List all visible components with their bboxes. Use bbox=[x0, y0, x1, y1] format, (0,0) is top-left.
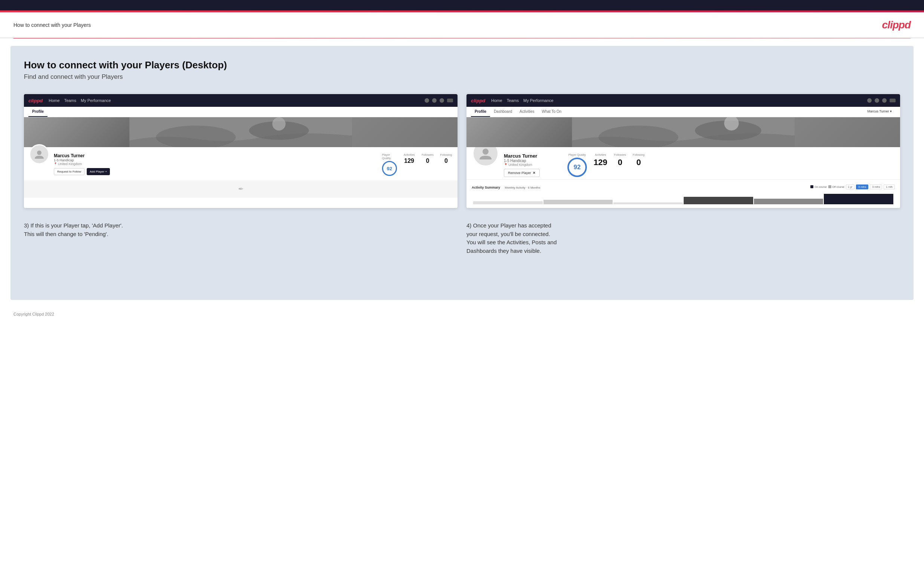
stats-row-2: Player Quality 92 Activities 129 Followe… bbox=[567, 153, 645, 177]
legend-off-course: Off course bbox=[828, 185, 844, 188]
nav-teams-1[interactable]: Teams bbox=[64, 98, 76, 103]
activity-subtitle-2: Monthly Activity · 6 Months bbox=[505, 186, 540, 189]
pen-icon-1: ✒ bbox=[238, 185, 244, 193]
main-content: How to connect with your Players (Deskto… bbox=[10, 46, 914, 300]
tab-activities-2[interactable]: Activities bbox=[516, 107, 538, 117]
activity-title-group: Activity Summary Monthly Activity · 6 Mo… bbox=[472, 184, 540, 190]
copyright-text: Copyright Clippd 2022 bbox=[13, 312, 54, 316]
screenshot-2: clippd Home Teams My Performance Profile bbox=[467, 94, 900, 208]
activities-stat-1: Activities 129 bbox=[403, 153, 415, 176]
nav-performance-1[interactable]: My Performance bbox=[81, 98, 111, 103]
banner-image-1 bbox=[24, 117, 457, 147]
quality-circle-1: 92 bbox=[382, 161, 397, 176]
caption-left: 3) If this is your Player tap, 'Add Play… bbox=[24, 219, 457, 255]
quality-label-1: Player Quality bbox=[382, 153, 397, 160]
main-title: How to connect with your Players (Deskto… bbox=[24, 60, 900, 71]
request-follow-button[interactable]: Request to Follow bbox=[54, 168, 84, 175]
location-icon-2: 📍 bbox=[504, 163, 507, 166]
app-tabbar-1: Profile bbox=[24, 107, 457, 117]
activity-summary-2: Activity Summary Monthly Activity · 6 Mo… bbox=[467, 179, 900, 208]
profile-banner-1 bbox=[24, 117, 457, 147]
search-icon-2[interactable] bbox=[867, 98, 872, 103]
activity-filters-2: On course Off course 1 yr 6 mths 3 mths … bbox=[810, 184, 895, 189]
profile-name-1: Marcus Turner bbox=[54, 153, 375, 158]
activity-title-2: Activity Summary bbox=[472, 185, 500, 189]
following-label-1: Following bbox=[440, 153, 452, 156]
screenshots-row: clippd Home Teams My Performance Profile bbox=[24, 94, 900, 208]
app-navbar-2: clippd Home Teams My Performance bbox=[467, 94, 900, 107]
app-logo-2: clippd bbox=[471, 98, 485, 103]
filter-3mths[interactable]: 3 mths bbox=[870, 184, 882, 189]
banner-image-2 bbox=[467, 117, 900, 147]
main-subtitle: Find and connect with your Players bbox=[24, 73, 900, 81]
activities-value-1: 129 bbox=[404, 158, 414, 164]
header-divider bbox=[13, 38, 911, 39]
nav-teams-2[interactable]: Teams bbox=[507, 98, 519, 103]
tab-profile-2[interactable]: Profile bbox=[471, 107, 490, 117]
profile-info-row-1: Marcus Turner 1-5 Handicap 📍 United King… bbox=[24, 147, 457, 181]
flag-icon-1[interactable] bbox=[447, 98, 453, 102]
app-nav-icons-1 bbox=[425, 98, 453, 103]
activities-stat-2: Activities 129 bbox=[594, 153, 607, 177]
chart-bar-4 bbox=[684, 197, 753, 204]
flag-icon-2[interactable] bbox=[890, 98, 896, 102]
settings-icon-1[interactable] bbox=[439, 98, 444, 103]
tab-what-to-on-2[interactable]: What To On bbox=[538, 107, 565, 117]
legend-on-course: On course bbox=[810, 185, 826, 188]
filter-1yr[interactable]: 1 yr bbox=[846, 184, 855, 189]
legend-dot-on bbox=[810, 185, 813, 188]
filter-1mth[interactable]: 1 mth bbox=[884, 184, 895, 189]
nav-home-2[interactable]: Home bbox=[491, 98, 502, 103]
user-dropdown-2[interactable]: Marcus Turner ▾ bbox=[863, 107, 896, 117]
following-value-2: 0 bbox=[636, 158, 641, 167]
activities-value-2: 129 bbox=[594, 158, 607, 167]
following-stat-1: Following 0 bbox=[440, 153, 452, 176]
captions-row: 3) If this is your Player tap, 'Add Play… bbox=[24, 219, 900, 255]
tab-profile-1[interactable]: Profile bbox=[28, 107, 47, 117]
remove-x-icon: ✕ bbox=[533, 171, 536, 175]
tab-dashboard-2[interactable]: Dashboard bbox=[490, 107, 516, 117]
filter-6mths[interactable]: 6 mths bbox=[856, 184, 868, 189]
activities-label-1: Activities bbox=[404, 153, 415, 156]
followers-stat-1: Followers 0 bbox=[421, 153, 434, 176]
remove-player-button[interactable]: Remove Player ✕ bbox=[504, 169, 540, 177]
screenshot-1: clippd Home Teams My Performance Profile bbox=[24, 94, 457, 208]
user-icon-2[interactable] bbox=[875, 98, 879, 103]
app-nav-links-1: Home Teams My Performance bbox=[48, 98, 418, 103]
profile-location-2: 📍 United Kingdom bbox=[504, 163, 564, 166]
profile-name-2: Marcus Turner bbox=[504, 153, 564, 159]
caption-right-text: 4) Once your Player has acceptedyour req… bbox=[467, 221, 900, 255]
chart-bar-5 bbox=[754, 199, 824, 204]
page-footer: Copyright Clippd 2022 bbox=[0, 307, 924, 321]
nav-performance-2[interactable]: My Performance bbox=[523, 98, 554, 103]
profile-handicap-1: 1-5 Handicap bbox=[54, 158, 375, 162]
app-tabbar-2: Profile Dashboard Activities What To On … bbox=[467, 107, 900, 117]
search-icon-1[interactable] bbox=[425, 98, 429, 103]
app-navbar-1: clippd Home Teams My Performance bbox=[24, 94, 457, 107]
quality-label-2: Player Quality bbox=[569, 153, 586, 156]
chart-bar-1 bbox=[473, 201, 543, 204]
profile-avatar-1 bbox=[29, 144, 49, 164]
screenshot-bottom-1: ✒ bbox=[24, 181, 457, 198]
user-icon-1[interactable] bbox=[432, 98, 436, 103]
profile-info-left-2: Marcus Turner 1-5 Handicap 📍 United King… bbox=[504, 153, 564, 177]
breadcrumb: How to connect with your Players bbox=[13, 22, 91, 28]
app-nav-links-2: Home Teams My Performance bbox=[491, 98, 861, 103]
chart-bar-2 bbox=[543, 200, 613, 204]
followers-stat-2: Followers 0 bbox=[614, 153, 626, 177]
caption-right: 4) Once your Player has acceptedyour req… bbox=[467, 219, 900, 255]
add-player-button[interactable]: Add Player + bbox=[87, 168, 110, 175]
profile-location-1: 📍 United Kingdom bbox=[54, 162, 375, 166]
profile-buttons-1: Request to Follow Add Player + bbox=[54, 168, 375, 175]
settings-icon-2[interactable] bbox=[882, 98, 887, 103]
page-header: How to connect with your Players clippd bbox=[0, 12, 924, 38]
top-bar bbox=[0, 0, 924, 10]
stats-row-1: Player Quality 92 Activities 129 Followe… bbox=[382, 153, 452, 176]
app-logo-1: clippd bbox=[28, 98, 43, 103]
profile-info-row-2: Marcus Turner 1-5 Handicap 📍 United King… bbox=[467, 147, 900, 179]
chart-bar-3 bbox=[613, 202, 683, 204]
legend-dot-off bbox=[828, 185, 831, 188]
followers-label-2: Followers bbox=[614, 153, 626, 156]
nav-home-1[interactable]: Home bbox=[48, 98, 60, 103]
location-icon-1: 📍 bbox=[54, 163, 57, 166]
